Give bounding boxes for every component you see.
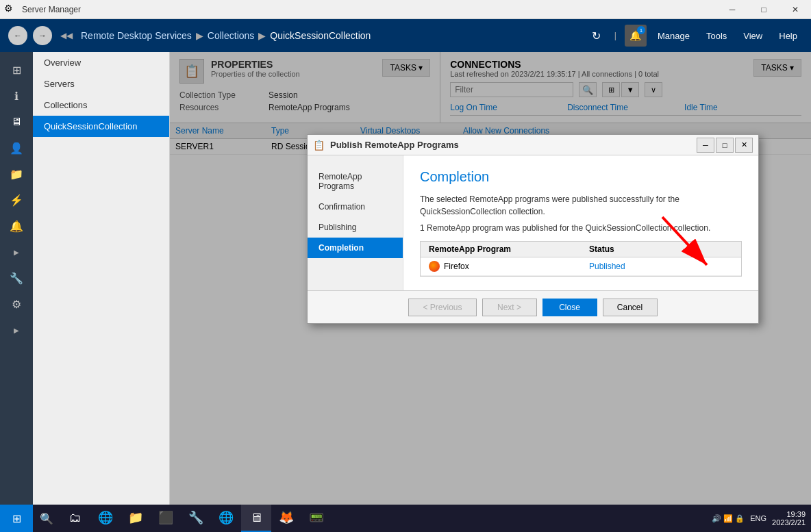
firefox-icon bbox=[429, 261, 440, 272]
wizard-step-confirmation[interactable]: Confirmation bbox=[308, 197, 403, 217]
menu-bar: ← → ◀◀ Remote Desktop Services ▶ Collect… bbox=[0, 19, 811, 52]
taskbar-explorer-button[interactable]: 🗂 bbox=[60, 505, 90, 532]
wizard-step-completion[interactable]: Completion bbox=[308, 238, 403, 258]
taskbar-search-button[interactable]: 🔍 bbox=[33, 505, 60, 532]
sidebar-expand-bottom[interactable]: ▶ bbox=[3, 318, 30, 342]
sidebar-icons: ⊞ ℹ 🖥 👤 📁 ⚡ 🔔 ▶ 🔧 ⚙ ▶ bbox=[0, 52, 33, 505]
taskbar-file-button[interactable]: 📁 bbox=[121, 505, 151, 532]
tray-date: 2023/2/21 bbox=[772, 518, 806, 527]
minimize-button[interactable]: ─ bbox=[716, 0, 748, 19]
nav-item-collections[interactable]: Collections bbox=[33, 94, 169, 116]
maximize-button[interactable]: □ bbox=[748, 0, 779, 19]
taskbar-servermanager-button[interactable]: 🖥 bbox=[241, 505, 271, 532]
title-bar-controls: ─ □ ✕ bbox=[716, 0, 811, 19]
wizard-step-publishing[interactable]: Publishing bbox=[308, 217, 403, 238]
breadcrumb: Remote Desktop Services ▶ Collections ▶ … bbox=[81, 30, 582, 41]
cancel-button[interactable]: Cancel bbox=[603, 299, 658, 316]
nav-panel: Overview Servers Collections QuickSessio… bbox=[33, 52, 170, 505]
taskbar-rdp-button[interactable]: 📟 bbox=[301, 505, 332, 532]
dialog-main-content: Completion The selected RemoteApp progra… bbox=[403, 155, 758, 290]
previous-button[interactable]: < Previous bbox=[408, 299, 476, 316]
nav-item-quicksession[interactable]: QuickSessionCollection bbox=[33, 116, 169, 137]
main-content: 📋 PROPERTIES Properties of the collectio… bbox=[170, 52, 811, 505]
nav-item-overview[interactable]: Overview bbox=[33, 52, 169, 73]
dialog-footer: < Previous Next > Close Cancel bbox=[308, 290, 758, 323]
view-menu[interactable]: View bbox=[738, 28, 768, 44]
dialog-body: RemoteApp Programs Confirmation Publishi… bbox=[308, 155, 758, 290]
sidebar-icon-server[interactable]: 🖥 bbox=[3, 110, 30, 134]
sidebar-icon-settings[interactable]: ⚙ bbox=[3, 292, 30, 316]
taskbar-tools-button[interactable]: 🔧 bbox=[181, 505, 211, 532]
result-th-status: Status bbox=[581, 242, 741, 257]
sidebar-expand-button[interactable]: ▶ bbox=[3, 240, 30, 264]
help-menu[interactable]: Help bbox=[773, 28, 803, 44]
sidebar-icon-tools[interactable]: 🔧 bbox=[3, 266, 30, 290]
result-cell-status: Published bbox=[581, 257, 741, 275]
start-button[interactable]: ⊞ bbox=[0, 505, 33, 532]
dialog-titlebar: 📋 Publish RemoteApp Programs ─ □ ✕ bbox=[308, 135, 758, 155]
main-window: ← → ◀◀ Remote Desktop Services ▶ Collect… bbox=[0, 19, 811, 505]
next-button[interactable]: Next > bbox=[482, 299, 537, 316]
tray-clock: 19:39 bbox=[772, 510, 806, 518]
breadcrumb-sep-1: ▶ bbox=[196, 30, 203, 41]
sidebar-icon-users[interactable]: 👤 bbox=[3, 136, 30, 160]
nav-item-servers[interactable]: Servers bbox=[33, 73, 169, 94]
tray-lang: ENG bbox=[750, 514, 766, 522]
breadcrumb-sep-2: ▶ bbox=[258, 30, 266, 41]
notifications-button[interactable]: 🔔 1 bbox=[625, 25, 647, 47]
taskbar-apps: 🗂 🌐 📁 ⬛ 🔧 🌐 🖥 🦊 📟 bbox=[60, 505, 712, 532]
result-cell-name: Firefox bbox=[421, 257, 581, 275]
taskbar-firefox-button[interactable]: 🦊 bbox=[271, 505, 301, 532]
close-button[interactable]: ✕ bbox=[779, 0, 811, 19]
result-row-firefox: Firefox Published bbox=[421, 257, 741, 276]
firefox-status: Published bbox=[589, 262, 625, 271]
dialog-maximize-button[interactable]: □ bbox=[716, 138, 734, 153]
tray-time: 19:39 2023/2/21 bbox=[772, 510, 806, 527]
sidebar-icon-events[interactable]: ⚡ bbox=[3, 188, 30, 212]
close-dialog-button[interactable]: Close bbox=[542, 299, 597, 316]
result-th-program: RemoteApp Program bbox=[421, 242, 581, 257]
sidebar-icon-alerts[interactable]: 🔔 bbox=[3, 214, 30, 238]
back-button[interactable]: ← bbox=[8, 26, 27, 45]
completion-success-text: The selected RemoteApp programs were pub… bbox=[420, 193, 742, 218]
sidebar-icon-info[interactable]: ℹ bbox=[3, 84, 30, 108]
dialog-title-text: Publish RemoteApp Programs bbox=[330, 140, 697, 150]
taskbar-tray: 🔊 📶 🔒 ENG 19:39 2023/2/21 bbox=[712, 510, 811, 527]
sidebar-icon-dashboard[interactable]: ⊞ bbox=[3, 58, 30, 82]
breadcrumb-collections[interactable]: Collections bbox=[208, 30, 254, 41]
title-bar: ⚙ Server Manager ─ □ ✕ bbox=[0, 0, 811, 19]
refresh-button[interactable]: ↻ bbox=[587, 26, 606, 45]
title-bar-text: Server Manager bbox=[22, 5, 716, 14]
breadcrumb-collection: QuickSessionCollection bbox=[270, 30, 371, 41]
app-icon: ⚙ bbox=[4, 3, 18, 16]
taskbar-ie-button[interactable]: 🌐 bbox=[90, 505, 121, 532]
content-area: ⊞ ℹ 🖥 👤 📁 ⚡ 🔔 ▶ 🔧 ⚙ ▶ Overview Servers C… bbox=[0, 52, 811, 505]
breadcrumb-rds[interactable]: Remote Desktop Services bbox=[81, 30, 192, 41]
result-table-header: RemoteApp Program Status bbox=[421, 242, 741, 257]
result-table: RemoteApp Program Status Firefox Publish… bbox=[420, 241, 742, 277]
tools-menu[interactable]: Tools bbox=[701, 28, 732, 44]
completion-count-text: 1 RemoteApp program was published for th… bbox=[420, 223, 742, 233]
firefox-label: Firefox bbox=[444, 262, 469, 271]
sidebar-icon-files[interactable]: 📁 bbox=[3, 162, 30, 186]
wizard-step-remoteapp[interactable]: RemoteApp Programs bbox=[308, 166, 403, 197]
dialog-page-title: Completion bbox=[420, 169, 742, 185]
forward-button[interactable]: → bbox=[33, 26, 52, 45]
taskbar-network-button[interactable]: 🌐 bbox=[211, 505, 241, 532]
taskbar: ⊞ 🔍 🗂 🌐 📁 ⬛ 🔧 🌐 🖥 🦊 📟 🔊 📶 🔒 ENG 19:39 20… bbox=[0, 505, 811, 532]
dialog-minimize-button[interactable]: ─ bbox=[697, 138, 714, 153]
publish-remoteapp-dialog: 📋 Publish RemoteApp Programs ─ □ ✕ Remot… bbox=[307, 134, 759, 324]
tray-icons: 🔊 📶 🔒 bbox=[712, 514, 745, 523]
dialog-icon: 📋 bbox=[313, 140, 325, 151]
wizard-sidebar: RemoteApp Programs Confirmation Publishi… bbox=[308, 155, 403, 290]
dialog-controls: ─ □ ✕ bbox=[697, 138, 753, 153]
dialog-close-button[interactable]: ✕ bbox=[735, 138, 753, 153]
taskbar-powershell-button[interactable]: ⬛ bbox=[151, 505, 181, 532]
manage-menu[interactable]: Manage bbox=[652, 28, 695, 44]
